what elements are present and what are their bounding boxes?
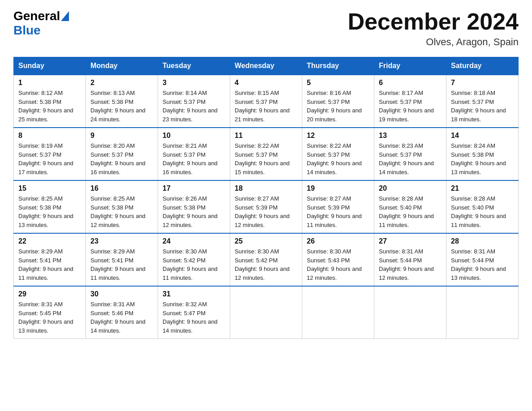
day-header-thursday: Thursday <box>302 57 374 75</box>
calendar-cell: 6 Sunrise: 8:17 AMSunset: 5:37 PMDayligh… <box>374 75 446 128</box>
day-info: Sunrise: 8:29 AMSunset: 5:41 PMDaylight:… <box>90 247 153 282</box>
day-info: Sunrise: 8:30 AMSunset: 5:43 PMDaylight:… <box>307 247 369 282</box>
page-header: General Blue December 2024 Olves, Aragon… <box>13 9 519 48</box>
day-header-monday: Monday <box>86 57 158 75</box>
day-info: Sunrise: 8:29 AMSunset: 5:41 PMDaylight:… <box>18 247 81 282</box>
day-number: 27 <box>379 237 442 245</box>
day-number: 31 <box>163 290 225 298</box>
day-info: Sunrise: 8:31 AMSunset: 5:44 PMDaylight:… <box>379 247 442 282</box>
calendar-cell: 27 Sunrise: 8:31 AMSunset: 5:44 PMDaylig… <box>374 233 446 286</box>
day-number: 20 <box>379 184 442 193</box>
logo: General Blue <box>13 9 69 38</box>
day-number: 28 <box>451 237 514 245</box>
day-info: Sunrise: 8:18 AMSunset: 5:37 PMDaylight:… <box>451 89 514 124</box>
day-number: 24 <box>163 237 225 245</box>
location-text: Olves, Aragon, Spain <box>348 36 519 48</box>
day-number: 29 <box>18 290 81 298</box>
calendar-cell: 20 Sunrise: 8:28 AMSunset: 5:40 PMDaylig… <box>374 180 446 233</box>
month-title: December 2024 <box>348 9 519 34</box>
day-info: Sunrise: 8:20 AMSunset: 5:37 PMDaylight:… <box>90 141 153 176</box>
day-info: Sunrise: 8:13 AMSunset: 5:38 PMDaylight:… <box>90 89 153 124</box>
day-number: 5 <box>307 79 369 87</box>
calendar-cell: 15 Sunrise: 8:25 AMSunset: 5:38 PMDaylig… <box>14 180 86 233</box>
logo-general-text: General <box>13 9 60 23</box>
day-number: 22 <box>18 237 81 245</box>
day-header-saturday: Saturday <box>446 57 519 75</box>
calendar-cell: 19 Sunrise: 8:27 AMSunset: 5:39 PMDaylig… <box>302 180 374 233</box>
day-info: Sunrise: 8:15 AMSunset: 5:37 PMDaylight:… <box>235 89 297 124</box>
day-info: Sunrise: 8:27 AMSunset: 5:39 PMDaylight:… <box>235 194 297 229</box>
calendar-cell: 24 Sunrise: 8:30 AMSunset: 5:42 PMDaylig… <box>158 233 230 286</box>
day-number: 15 <box>18 184 81 193</box>
day-number: 3 <box>163 79 225 87</box>
day-number: 8 <box>18 132 81 140</box>
day-info: Sunrise: 8:12 AMSunset: 5:38 PMDaylight:… <box>18 89 81 124</box>
calendar-cell: 4 Sunrise: 8:15 AMSunset: 5:37 PMDayligh… <box>230 75 302 128</box>
calendar-cell: 3 Sunrise: 8:14 AMSunset: 5:37 PMDayligh… <box>158 75 230 128</box>
day-info: Sunrise: 8:32 AMSunset: 5:47 PMDaylight:… <box>163 300 225 335</box>
calendar-week-row: 22 Sunrise: 8:29 AMSunset: 5:41 PMDaylig… <box>14 233 519 286</box>
day-info: Sunrise: 8:26 AMSunset: 5:38 PMDaylight:… <box>163 194 225 229</box>
day-number: 25 <box>235 237 297 245</box>
calendar-cell <box>302 286 374 339</box>
calendar-cell <box>446 286 519 339</box>
day-number: 21 <box>451 184 514 193</box>
logo-triangle-icon <box>61 11 69 21</box>
day-info: Sunrise: 8:19 AMSunset: 5:37 PMDaylight:… <box>18 141 81 176</box>
day-number: 23 <box>90 237 153 245</box>
day-info: Sunrise: 8:25 AMSunset: 5:38 PMDaylight:… <box>90 194 153 229</box>
day-info: Sunrise: 8:14 AMSunset: 5:37 PMDaylight:… <box>163 89 225 124</box>
calendar-cell: 5 Sunrise: 8:16 AMSunset: 5:37 PMDayligh… <box>302 75 374 128</box>
day-number: 30 <box>90 290 153 298</box>
day-number: 6 <box>379 79 442 87</box>
calendar-cell: 7 Sunrise: 8:18 AMSunset: 5:37 PMDayligh… <box>446 75 519 128</box>
day-info: Sunrise: 8:30 AMSunset: 5:42 PMDaylight:… <box>163 247 225 282</box>
day-number: 10 <box>163 132 225 140</box>
day-info: Sunrise: 8:16 AMSunset: 5:37 PMDaylight:… <box>307 89 369 124</box>
calendar-week-row: 1 Sunrise: 8:12 AMSunset: 5:38 PMDayligh… <box>14 75 519 128</box>
day-number: 2 <box>90 79 153 87</box>
calendar-week-row: 15 Sunrise: 8:25 AMSunset: 5:38 PMDaylig… <box>14 180 519 233</box>
calendar-cell: 13 Sunrise: 8:23 AMSunset: 5:37 PMDaylig… <box>374 128 446 180</box>
calendar-cell: 10 Sunrise: 8:21 AMSunset: 5:37 PMDaylig… <box>158 128 230 180</box>
calendar-cell: 23 Sunrise: 8:29 AMSunset: 5:41 PMDaylig… <box>86 233 158 286</box>
calendar-cell <box>230 286 302 339</box>
calendar-cell: 25 Sunrise: 8:30 AMSunset: 5:42 PMDaylig… <box>230 233 302 286</box>
day-number: 14 <box>451 132 514 140</box>
calendar-cell <box>374 286 446 339</box>
calendar-cell: 28 Sunrise: 8:31 AMSunset: 5:44 PMDaylig… <box>446 233 519 286</box>
svg-marker-0 <box>61 11 69 21</box>
calendar-cell: 8 Sunrise: 8:19 AMSunset: 5:37 PMDayligh… <box>14 128 86 180</box>
day-info: Sunrise: 8:28 AMSunset: 5:40 PMDaylight:… <box>451 194 514 229</box>
day-header-tuesday: Tuesday <box>158 57 230 75</box>
calendar-cell: 30 Sunrise: 8:31 AMSunset: 5:46 PMDaylig… <box>86 286 158 339</box>
calendar-cell: 12 Sunrise: 8:22 AMSunset: 5:37 PMDaylig… <box>302 128 374 180</box>
day-info: Sunrise: 8:21 AMSunset: 5:37 PMDaylight:… <box>163 141 225 176</box>
day-number: 1 <box>18 79 81 87</box>
day-number: 13 <box>379 132 442 140</box>
day-number: 12 <box>307 132 369 140</box>
day-number: 16 <box>90 184 153 193</box>
day-info: Sunrise: 8:28 AMSunset: 5:40 PMDaylight:… <box>379 194 442 229</box>
day-info: Sunrise: 8:31 AMSunset: 5:46 PMDaylight:… <box>90 300 153 335</box>
calendar-cell: 17 Sunrise: 8:26 AMSunset: 5:38 PMDaylig… <box>158 180 230 233</box>
day-number: 7 <box>451 79 514 87</box>
title-block: December 2024 Olves, Aragon, Spain <box>348 9 519 48</box>
day-info: Sunrise: 8:27 AMSunset: 5:39 PMDaylight:… <box>307 194 369 229</box>
day-info: Sunrise: 8:23 AMSunset: 5:37 PMDaylight:… <box>379 141 442 176</box>
logo-blue-text: Blue <box>13 23 41 38</box>
day-info: Sunrise: 8:31 AMSunset: 5:44 PMDaylight:… <box>451 247 514 282</box>
day-number: 26 <box>307 237 369 245</box>
day-number: 4 <box>235 79 297 87</box>
calendar-cell: 31 Sunrise: 8:32 AMSunset: 5:47 PMDaylig… <box>158 286 230 339</box>
calendar-cell: 16 Sunrise: 8:25 AMSunset: 5:38 PMDaylig… <box>86 180 158 233</box>
calendar-cell: 29 Sunrise: 8:31 AMSunset: 5:45 PMDaylig… <box>14 286 86 339</box>
calendar-cell: 2 Sunrise: 8:13 AMSunset: 5:38 PMDayligh… <box>86 75 158 128</box>
day-number: 17 <box>163 184 225 193</box>
day-number: 9 <box>90 132 153 140</box>
calendar-cell: 21 Sunrise: 8:28 AMSunset: 5:40 PMDaylig… <box>446 180 519 233</box>
day-info: Sunrise: 8:17 AMSunset: 5:37 PMDaylight:… <box>379 89 442 124</box>
day-number: 19 <box>307 184 369 193</box>
calendar-cell: 9 Sunrise: 8:20 AMSunset: 5:37 PMDayligh… <box>86 128 158 180</box>
day-info: Sunrise: 8:30 AMSunset: 5:42 PMDaylight:… <box>235 247 297 282</box>
